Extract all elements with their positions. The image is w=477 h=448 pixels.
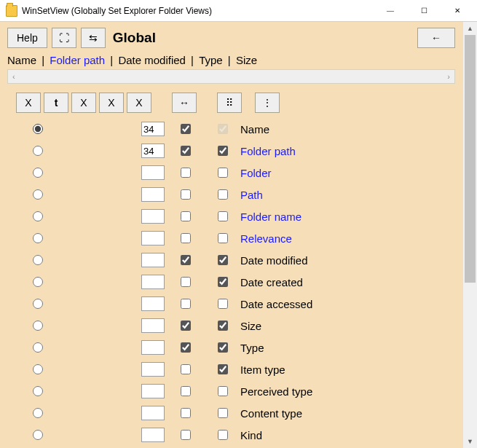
summary-separator: | — [105, 54, 118, 66]
column-label[interactable]: Path — [239, 189, 455, 201]
primary-radio[interactable] — [33, 124, 43, 134]
width-input[interactable] — [141, 187, 165, 202]
primary-radio[interactable] — [33, 146, 43, 156]
column-row: Folder name — [16, 209, 455, 224]
include-checkbox[interactable] — [181, 211, 191, 221]
toggle-t-button[interactable]: t — [44, 93, 68, 113]
help-button[interactable]: Help — [7, 28, 47, 48]
include-checkbox[interactable] — [181, 408, 191, 418]
include-checkbox[interactable] — [181, 233, 191, 243]
include-checkbox[interactable] — [181, 146, 191, 156]
primary-radio[interactable] — [33, 211, 43, 221]
visible-checkbox[interactable] — [218, 168, 228, 178]
clear-button-3[interactable]: X — [99, 93, 124, 113]
primary-radio[interactable] — [33, 299, 43, 309]
width-input[interactable] — [141, 122, 165, 136]
back-button[interactable]: ← — [417, 28, 455, 48]
visible-checkbox[interactable] — [218, 342, 228, 353]
primary-radio[interactable] — [33, 277, 43, 287]
include-checkbox[interactable] — [181, 321, 191, 331]
column-label: Date modified — [239, 254, 455, 267]
visible-checkbox[interactable] — [218, 430, 228, 440]
width-input[interactable] — [141, 296, 165, 311]
include-checkbox[interactable] — [181, 124, 191, 134]
vertical-scrollbar[interactable]: ▲ ▼ — [462, 22, 477, 448]
horizontal-scroll-strip[interactable]: ‹ › — [7, 69, 455, 84]
width-button[interactable]: ↔ — [172, 93, 197, 113]
clear-button-1[interactable]: X — [16, 93, 41, 113]
visible-checkbox[interactable] — [218, 386, 228, 396]
include-checkbox[interactable] — [181, 189, 191, 200]
scrollbar-track[interactable] — [463, 35, 477, 435]
visible-checkbox[interactable] — [218, 211, 228, 221]
visible-checkbox[interactable] — [218, 408, 228, 418]
width-input[interactable] — [141, 209, 165, 224]
clear-button-4[interactable]: X — [127, 93, 151, 113]
width-input[interactable] — [141, 253, 165, 267]
primary-radio[interactable] — [33, 430, 43, 440]
column-label: Content type — [239, 407, 455, 420]
width-input[interactable] — [141, 428, 165, 442]
visible-checkbox[interactable] — [218, 189, 228, 200]
primary-radio[interactable] — [33, 233, 43, 243]
summary-separator: | — [223, 54, 236, 66]
column-label[interactable]: Folder name — [239, 211, 455, 223]
width-input[interactable] — [141, 340, 165, 355]
width-input[interactable] — [141, 362, 165, 377]
include-checkbox[interactable] — [181, 277, 191, 287]
column-label[interactable]: Relevance — [239, 232, 455, 245]
column-row: Perceived type — [16, 384, 455, 398]
primary-radio[interactable] — [33, 189, 43, 200]
visible-checkbox[interactable] — [218, 146, 228, 156]
primary-radio[interactable] — [33, 255, 43, 265]
more-button[interactable]: ⋮ — [255, 93, 280, 113]
column-row: Path — [16, 187, 455, 202]
width-input[interactable] — [141, 275, 165, 289]
width-input[interactable] — [141, 406, 165, 420]
column-row: Item type — [16, 362, 455, 377]
visible-checkbox[interactable] — [218, 233, 228, 243]
width-input[interactable] — [141, 165, 165, 180]
minimize-button[interactable]: — — [374, 0, 407, 22]
include-checkbox[interactable] — [181, 255, 191, 265]
include-checkbox[interactable] — [181, 168, 191, 178]
scrollbar-up-icon[interactable]: ▲ — [463, 22, 477, 35]
include-checkbox[interactable] — [181, 299, 191, 309]
visible-checkbox[interactable] — [218, 299, 228, 309]
width-input[interactable] — [141, 384, 165, 398]
visible-checkbox[interactable] — [218, 255, 228, 265]
column-label[interactable]: Folder — [239, 167, 455, 179]
visible-checkbox[interactable] — [218, 321, 228, 331]
visible-checkbox[interactable] — [218, 124, 228, 134]
primary-radio[interactable] — [33, 364, 43, 374]
chevron-left-icon: ‹ — [12, 72, 15, 81]
maximize-button[interactable]: ☐ — [407, 0, 441, 22]
include-checkbox[interactable] — [181, 386, 191, 396]
primary-radio[interactable] — [33, 168, 43, 178]
primary-radio[interactable] — [33, 342, 43, 353]
column-label[interactable]: Folder path — [239, 145, 455, 157]
include-checkbox[interactable] — [181, 342, 191, 353]
back-icon: ← — [431, 32, 441, 44]
column-label: Perceived type — [239, 385, 455, 398]
grid-button[interactable]: ⠿ — [217, 93, 242, 113]
visible-checkbox[interactable] — [218, 364, 228, 374]
swap-button[interactable]: ⇆ — [81, 28, 106, 48]
primary-radio[interactable] — [33, 386, 43, 396]
visible-checkbox[interactable] — [218, 277, 228, 287]
include-checkbox[interactable] — [181, 430, 191, 440]
primary-radio[interactable] — [33, 321, 43, 331]
scrollbar-thumb[interactable] — [465, 35, 476, 283]
include-checkbox[interactable] — [181, 364, 191, 374]
scrollbar-down-icon[interactable]: ▼ — [463, 435, 477, 448]
width-input[interactable] — [141, 144, 165, 158]
column-row: Date created — [16, 275, 455, 289]
column-toolbar: X t X X X ↔ ⠿ ⋮ — [7, 93, 455, 113]
primary-radio[interactable] — [33, 408, 43, 418]
close-button[interactable]: ✕ — [441, 0, 474, 22]
width-input[interactable] — [141, 318, 165, 333]
width-input[interactable] — [141, 231, 165, 245]
clear-button-2[interactable]: X — [71, 93, 96, 113]
grid-icon: ⠿ — [226, 97, 233, 109]
fullscreen-button[interactable]: ⛶ — [52, 28, 76, 48]
